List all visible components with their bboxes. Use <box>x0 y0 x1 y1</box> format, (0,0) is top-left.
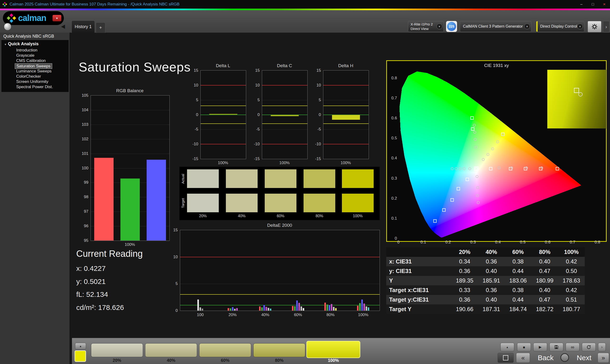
reading-fl: fL: 52.134 <box>76 290 108 299</box>
nav-round-button[interactable] <box>4 23 12 30</box>
pattern-window-button[interactable] <box>497 353 514 363</box>
bottom-swatch-button-100%[interactable] <box>306 341 360 358</box>
table-cell: 0.33 <box>451 286 478 295</box>
actual-swatch-80% <box>303 169 336 188</box>
bottom-swatch-button-40%[interactable] <box>145 343 197 357</box>
x-axis-label: 100% <box>262 161 307 165</box>
sidebar-item-cms-calibration[interactable]: CMS Calibration <box>15 58 47 63</box>
x-tick-label: 100 <box>193 312 208 317</box>
x-axis-label: 100% <box>200 161 246 165</box>
cie-x-tick: 0.6 <box>543 240 552 245</box>
y-tick-label: 5 <box>247 98 260 103</box>
deltae-2000-chart: DeltaE 2000 15105010020%40%60%80%100% <box>165 223 382 318</box>
tree-expander-icon[interactable]: ▾ <box>5 43 6 46</box>
deltae-bar <box>359 303 361 311</box>
actual-swatch-20% <box>187 169 219 188</box>
target-ring-button[interactable] <box>560 353 569 362</box>
table-cell: 0.36 <box>451 295 478 304</box>
bottom-bar: ▲ 20%40%60%80%100% ▲ ■ ▶ ∞ › « Back Next… <box>72 338 610 364</box>
page-title: Saturation Sweeps <box>79 60 191 74</box>
deltae-bar <box>294 306 296 311</box>
cie-y-tick: 0.1 <box>388 216 397 221</box>
back-button[interactable]: Back <box>531 354 560 362</box>
continuous-measure-button[interactable]: ∞ <box>566 343 580 351</box>
deltae-bar <box>232 307 234 311</box>
play-button[interactable]: ▶ <box>533 343 547 351</box>
bottom-swatch-button-20%[interactable] <box>91 343 143 357</box>
tree-root-quick-analysis[interactable]: ▾Quick Analysis <box>5 41 39 46</box>
swatch-panel-expand-button[interactable]: ▲ <box>75 343 86 350</box>
save-button[interactable] <box>549 343 563 351</box>
deltae-bar <box>363 303 365 311</box>
next-chevrons-button[interactable]: » <box>597 353 609 363</box>
deltae-bar <box>296 300 298 311</box>
add-tab-button[interactable]: + <box>96 22 105 33</box>
deltae-bar <box>270 309 272 311</box>
cie-1931-diagram: CIE 1931 xy 00.10.20.30.40.50.60.70.800.… <box>386 60 607 242</box>
cie-x-tick: 0.1 <box>418 240 428 245</box>
deltae-bar <box>303 308 304 311</box>
y-tick-label: -5 <box>309 127 321 132</box>
pattern-generator-dropdown[interactable]: CalMAN Client 3 Pattern Generator ▾ <box>460 21 531 32</box>
sidebar-item-grayscale[interactable]: Grayscale <box>15 53 36 58</box>
toolbar-collapse-button[interactable]: › <box>603 21 610 32</box>
bottom-swatch-button-60%[interactable] <box>199 343 251 357</box>
controls-expand-button[interactable]: ▲ <box>500 343 514 351</box>
maximize-button[interactable]: □ <box>587 0 598 9</box>
table-cell: 189.35 <box>451 276 478 286</box>
meter-dropdown[interactable]: X-Rite i1Pro 2 Direct View ▾ <box>408 21 444 32</box>
y-tick-label: 15 <box>309 68 321 73</box>
tab-history-1[interactable]: History 1 <box>71 21 95 33</box>
y-tick-label: 5 <box>165 281 178 286</box>
table-cell: 182.72 <box>531 304 558 314</box>
table-cell: 0.40 <box>531 257 558 266</box>
meter-mode: Direct View <box>411 26 429 31</box>
sidebar-item-saturation-sweeps[interactable]: Saturation Sweeps <box>15 63 52 69</box>
table-header: 40% <box>478 247 505 257</box>
table-cell: 0.44 <box>505 295 531 304</box>
reading-cd: cd/m²: 178.626 <box>76 303 124 312</box>
sidebar-item-introduction[interactable]: Introduction <box>15 48 39 53</box>
y-tick-label: 10 <box>309 83 321 88</box>
settings-button[interactable] <box>588 21 601 32</box>
gear-icon <box>591 23 598 30</box>
bottom-swatch-button-80%[interactable] <box>253 343 305 357</box>
app-menu-button[interactable]: ▾ <box>52 15 62 21</box>
more-controls-button[interactable]: › <box>598 343 606 351</box>
swatch-column-label: 80% <box>303 214 336 218</box>
chart-title: Delta H <box>323 63 368 68</box>
cie-y-tick: 0.7 <box>388 96 397 101</box>
next-button[interactable]: Next <box>571 354 597 362</box>
x-tick-label: 60% <box>291 312 305 317</box>
close-button[interactable]: × <box>598 0 610 9</box>
sidebar-collapse-button[interactable]: ◀ <box>61 23 65 29</box>
table-cell: 185.91 <box>478 276 505 286</box>
y-tick-label: 10 <box>247 83 260 88</box>
y-tick-label: 10 <box>165 255 178 260</box>
cie-x-tick: 0.8 <box>593 240 602 245</box>
y-tick-label: -15 <box>309 156 321 161</box>
row-label: Target y:CIE31 <box>386 295 451 304</box>
display-control-dropdown[interactable]: Direct Display Control ▾ <box>536 21 584 32</box>
sidebar-item-spectral-power-dist-[interactable]: Spectral Power Dist. <box>15 84 54 89</box>
bottom-swatch-label: 100% <box>307 358 359 363</box>
chevron-down-icon: ▾ <box>577 24 583 29</box>
deltae-bar <box>236 308 238 311</box>
table-header: 60% <box>505 247 531 257</box>
x-tick-label: 80% <box>323 312 338 317</box>
swatch-comparison-panel: Actual Target 20%40%60%80%100% <box>180 167 380 220</box>
sidebar-item-luminance-sweeps[interactable]: Luminance Sweeps <box>15 69 53 74</box>
app-icon <box>2 2 7 7</box>
back-chevrons-button[interactable]: « <box>516 353 530 363</box>
chart-title: DeltaE 2000 <box>180 223 379 228</box>
cie-x-tick: 0.2 <box>443 240 453 245</box>
y-tick-label: 102 <box>76 137 88 142</box>
sidebar-item-screen-uniformity[interactable]: Screen Uniformity <box>15 79 50 84</box>
actual-swatch-40% <box>226 169 258 188</box>
cie-x-tick: 0.4 <box>493 240 503 245</box>
table-cell: 0.51 <box>558 295 585 304</box>
stop-button[interactable]: ■ <box>517 343 531 351</box>
refresh-button[interactable] <box>582 343 596 351</box>
sidebar-item-colorchecker[interactable]: ColorChecker <box>15 74 42 79</box>
minimize-button[interactable]: – <box>576 0 587 9</box>
